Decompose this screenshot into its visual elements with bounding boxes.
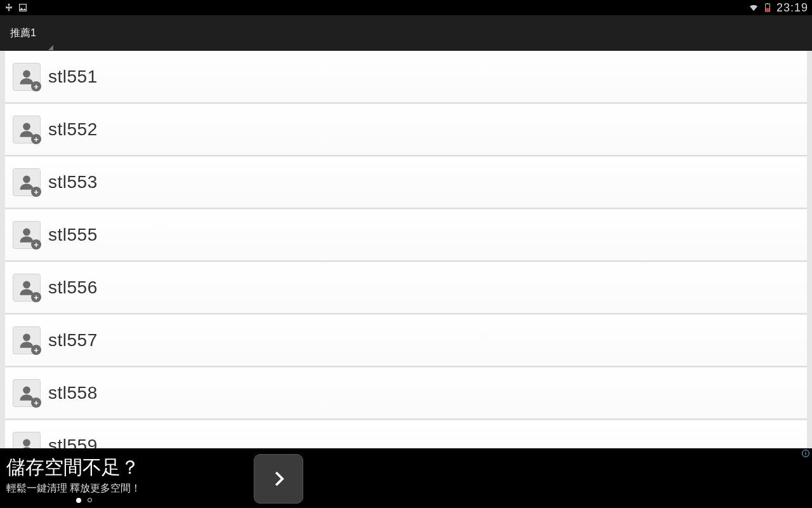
ad-info-icon[interactable]: i <box>802 450 809 457</box>
list-item[interactable]: +stl557 <box>5 314 807 367</box>
dropdown-indicator-icon <box>48 45 53 50</box>
list-item-label: stl558 <box>48 383 98 403</box>
add-contact-avatar-icon: + <box>13 221 41 249</box>
list-item[interactable]: +stl555 <box>5 209 807 262</box>
status-clock: 23:19 <box>776 1 808 15</box>
list-item[interactable]: +stl551 <box>5 51 807 104</box>
contact-list[interactable]: +stl551+stl552+stl553+stl555+stl556+stl5… <box>0 51 812 448</box>
add-contact-avatar-icon: + <box>13 63 41 91</box>
plus-badge-icon: + <box>31 398 41 408</box>
app-header: 推薦1 <box>0 15 812 51</box>
add-contact-avatar-icon: + <box>13 379 41 407</box>
list-item[interactable]: +stl553 <box>5 156 807 209</box>
ad-subline: 輕鬆一鍵清理 釋放更多空間！ <box>6 482 241 495</box>
plus-badge-icon: + <box>31 81 41 91</box>
plus-badge-icon: + <box>31 187 41 197</box>
svg-point-4 <box>23 123 30 131</box>
list-item[interactable]: +stl559 <box>5 420 807 448</box>
svg-point-7 <box>23 281 30 289</box>
add-contact-avatar-icon: + <box>13 432 41 448</box>
list-item-label: stl556 <box>48 277 98 298</box>
header-title-dropdown[interactable]: 推薦1 <box>10 27 36 40</box>
svg-point-8 <box>23 334 30 342</box>
add-contact-avatar-icon: + <box>13 274 41 302</box>
plus-badge-icon: + <box>31 239 41 250</box>
status-bar: 23:19 <box>0 0 812 15</box>
list-item-label: stl551 <box>48 67 98 87</box>
plus-badge-icon: + <box>31 292 41 302</box>
list-item-label: stl553 <box>48 172 98 192</box>
list-item-label: stl552 <box>48 119 98 140</box>
add-contact-avatar-icon: + <box>13 116 41 144</box>
ad-page-dots <box>76 498 241 503</box>
svg-point-5 <box>23 176 30 184</box>
ad-dot-inactive <box>88 498 92 502</box>
svg-point-3 <box>23 70 30 78</box>
list-item-label: stl555 <box>48 225 98 245</box>
list-item[interactable]: +stl556 <box>5 262 807 314</box>
svg-rect-2 <box>767 3 769 4</box>
picture-icon <box>18 3 28 13</box>
add-contact-avatar-icon: + <box>13 168 41 196</box>
wifi-icon <box>749 3 759 13</box>
plus-badge-icon: + <box>31 345 41 355</box>
list-item-label: stl557 <box>48 330 98 351</box>
list-item[interactable]: +stl552 <box>5 104 807 156</box>
list-item[interactable]: +stl558 <box>5 367 807 420</box>
usb-icon <box>4 3 14 13</box>
svg-point-6 <box>23 229 30 236</box>
add-contact-avatar-icon: + <box>13 326 41 354</box>
svg-rect-1 <box>766 8 769 11</box>
ad-banner[interactable]: 儲存空間不足？ 輕鬆一鍵清理 釋放更多空間！ i <box>0 448 812 508</box>
svg-point-10 <box>23 439 30 447</box>
battery-alert-icon <box>763 3 773 13</box>
svg-point-9 <box>23 387 30 394</box>
ad-dot-active <box>76 498 81 503</box>
ad-next-button[interactable] <box>254 454 303 504</box>
list-item-label: stl559 <box>48 436 98 448</box>
ad-headline: 儲存空間不足？ <box>6 455 241 481</box>
plus-badge-icon: + <box>31 134 41 144</box>
